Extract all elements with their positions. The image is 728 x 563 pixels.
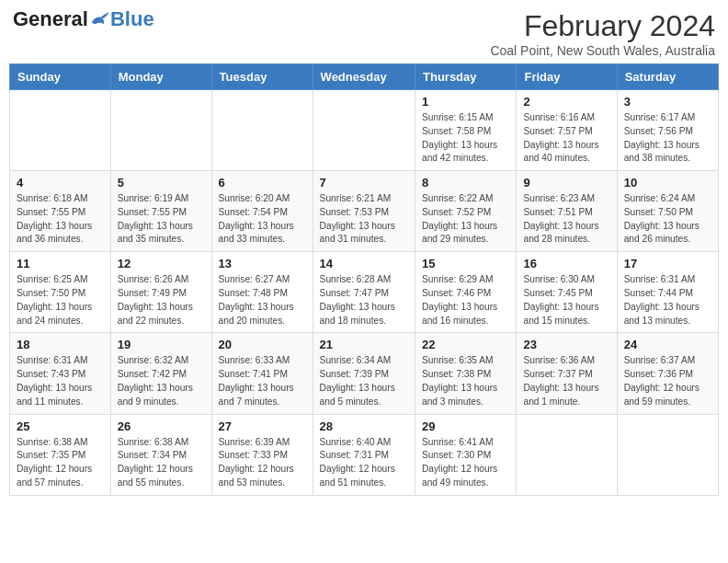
day-number: 27 — [219, 419, 306, 433]
calendar-week-row: 4Sunrise: 6:18 AM Sunset: 7:55 PM Daylig… — [10, 171, 719, 252]
calendar-table: SundayMondayTuesdayWednesdayThursdayFrid… — [9, 63, 719, 496]
day-number: 24 — [624, 338, 711, 351]
day-number: 11 — [17, 257, 104, 270]
day-info: Sunrise: 6:29 AM Sunset: 7:46 PM Dayligh… — [422, 273, 509, 327]
day-info: Sunrise: 6:20 AM Sunset: 7:54 PM Dayligh… — [219, 192, 306, 247]
day-number: 10 — [624, 176, 711, 190]
calendar-cell: 21Sunrise: 6:34 AM Sunset: 7:39 PM Dayli… — [313, 333, 415, 414]
calendar-header-row: SundayMondayTuesdayWednesdayThursdayFrid… — [10, 64, 719, 90]
day-info: Sunrise: 6:34 AM Sunset: 7:39 PM Dayligh… — [320, 354, 408, 408]
weekday-header-thursday: Thursday — [415, 64, 517, 90]
calendar-cell: 29Sunrise: 6:41 AM Sunset: 7:30 PM Dayli… — [415, 414, 517, 495]
calendar-cell: 11Sunrise: 6:25 AM Sunset: 7:50 PM Dayli… — [10, 252, 111, 333]
day-info: Sunrise: 6:21 AM Sunset: 7:53 PM Dayligh… — [320, 192, 408, 247]
day-number: 23 — [523, 338, 609, 351]
calendar-cell: 4Sunrise: 6:18 AM Sunset: 7:55 PM Daylig… — [10, 171, 111, 252]
weekday-header-wednesday: Wednesday — [313, 64, 415, 90]
calendar-cell: 19Sunrise: 6:32 AM Sunset: 7:42 PM Dayli… — [110, 333, 211, 414]
day-info: Sunrise: 6:35 AM Sunset: 7:38 PM Dayligh… — [422, 354, 509, 408]
day-info: Sunrise: 6:23 AM Sunset: 7:51 PM Dayligh… — [523, 192, 609, 247]
day-info: Sunrise: 6:24 AM Sunset: 7:50 PM Dayligh… — [624, 192, 711, 247]
day-number: 6 — [219, 176, 306, 190]
calendar-cell: 9Sunrise: 6:23 AM Sunset: 7:51 PM Daylig… — [517, 171, 617, 252]
calendar-cell: 7Sunrise: 6:21 AM Sunset: 7:53 PM Daylig… — [313, 171, 415, 252]
calendar-cell — [211, 90, 313, 171]
calendar-cell: 6Sunrise: 6:20 AM Sunset: 7:54 PM Daylig… — [211, 171, 313, 252]
calendar-cell: 15Sunrise: 6:29 AM Sunset: 7:46 PM Dayli… — [415, 252, 517, 333]
calendar-cell: 18Sunrise: 6:31 AM Sunset: 7:43 PM Dayli… — [10, 333, 111, 414]
day-number: 18 — [17, 338, 104, 351]
calendar-cell: 16Sunrise: 6:30 AM Sunset: 7:45 PM Dayli… — [517, 252, 617, 333]
title-section: February 2024 Coal Point, New South Wale… — [490, 9, 715, 58]
day-number: 14 — [320, 257, 408, 270]
calendar-cell — [517, 414, 617, 495]
day-info: Sunrise: 6:38 AM Sunset: 7:34 PM Dayligh… — [118, 436, 205, 490]
day-number: 13 — [219, 257, 306, 270]
main-title: February 2024 — [490, 9, 715, 43]
day-number: 17 — [624, 257, 711, 270]
day-info: Sunrise: 6:18 AM Sunset: 7:55 PM Dayligh… — [17, 192, 104, 247]
day-info: Sunrise: 6:39 AM Sunset: 7:33 PM Dayligh… — [219, 436, 306, 490]
day-number: 16 — [523, 257, 609, 270]
calendar-cell: 22Sunrise: 6:35 AM Sunset: 7:38 PM Dayli… — [415, 333, 517, 414]
calendar-week-row: 25Sunrise: 6:38 AM Sunset: 7:35 PM Dayli… — [10, 414, 719, 495]
weekday-header-saturday: Saturday — [617, 64, 718, 90]
day-info: Sunrise: 6:28 AM Sunset: 7:47 PM Dayligh… — [320, 273, 408, 327]
calendar-cell: 23Sunrise: 6:36 AM Sunset: 7:37 PM Dayli… — [517, 333, 617, 414]
calendar-cell: 24Sunrise: 6:37 AM Sunset: 7:36 PM Dayli… — [617, 333, 718, 414]
calendar-cell: 20Sunrise: 6:33 AM Sunset: 7:41 PM Dayli… — [211, 333, 313, 414]
day-number: 19 — [118, 338, 205, 351]
day-number: 2 — [523, 95, 609, 109]
day-number: 25 — [17, 419, 104, 433]
day-info: Sunrise: 6:33 AM Sunset: 7:41 PM Dayligh… — [219, 354, 306, 408]
day-info: Sunrise: 6:40 AM Sunset: 7:31 PM Dayligh… — [320, 436, 408, 490]
day-info: Sunrise: 6:22 AM Sunset: 7:52 PM Dayligh… — [422, 192, 509, 247]
day-info: Sunrise: 6:31 AM Sunset: 7:43 PM Dayligh… — [17, 354, 104, 408]
calendar-cell: 13Sunrise: 6:27 AM Sunset: 7:48 PM Dayli… — [211, 252, 313, 333]
day-number: 22 — [422, 338, 509, 351]
day-number: 5 — [118, 176, 205, 190]
calendar-cell: 17Sunrise: 6:31 AM Sunset: 7:44 PM Dayli… — [617, 252, 718, 333]
calendar-cell: 27Sunrise: 6:39 AM Sunset: 7:33 PM Dayli… — [211, 414, 313, 495]
day-number: 7 — [320, 176, 408, 190]
calendar-cell: 28Sunrise: 6:40 AM Sunset: 7:31 PM Dayli… — [313, 414, 415, 495]
calendar-cell: 14Sunrise: 6:28 AM Sunset: 7:47 PM Dayli… — [313, 252, 415, 333]
day-number: 8 — [422, 176, 509, 190]
day-info: Sunrise: 6:30 AM Sunset: 7:45 PM Dayligh… — [523, 273, 609, 327]
day-info: Sunrise: 6:17 AM Sunset: 7:56 PM Dayligh… — [624, 111, 711, 166]
day-info: Sunrise: 6:41 AM Sunset: 7:30 PM Dayligh… — [422, 436, 509, 490]
calendar-cell: 26Sunrise: 6:38 AM Sunset: 7:34 PM Dayli… — [110, 414, 211, 495]
calendar-cell — [617, 414, 718, 495]
day-number: 4 — [17, 176, 104, 190]
day-number: 21 — [320, 338, 408, 351]
logo-blue-text: Blue — [110, 9, 154, 29]
day-number: 9 — [523, 176, 609, 190]
calendar-cell: 3Sunrise: 6:17 AM Sunset: 7:56 PM Daylig… — [617, 90, 718, 171]
day-number: 12 — [118, 257, 205, 270]
calendar-cell: 10Sunrise: 6:24 AM Sunset: 7:50 PM Dayli… — [617, 171, 718, 252]
day-info: Sunrise: 6:27 AM Sunset: 7:48 PM Dayligh… — [219, 273, 306, 327]
subtitle: Coal Point, New South Wales, Australia — [490, 43, 715, 58]
day-info: Sunrise: 6:15 AM Sunset: 7:58 PM Dayligh… — [422, 111, 509, 166]
calendar-week-row: 18Sunrise: 6:31 AM Sunset: 7:43 PM Dayli… — [10, 333, 719, 414]
page-header: General Blue February 2024 Coal Point, N… — [9, 9, 719, 58]
weekday-header-friday: Friday — [517, 64, 617, 90]
day-number: 3 — [624, 95, 711, 109]
day-number: 28 — [320, 419, 408, 433]
weekday-header-monday: Monday — [110, 64, 211, 90]
calendar-cell — [313, 90, 415, 171]
day-info: Sunrise: 6:26 AM Sunset: 7:49 PM Dayligh… — [118, 273, 205, 327]
calendar-cell: 25Sunrise: 6:38 AM Sunset: 7:35 PM Dayli… — [10, 414, 111, 495]
weekday-header-tuesday: Tuesday — [211, 64, 313, 90]
calendar-cell: 12Sunrise: 6:26 AM Sunset: 7:49 PM Dayli… — [110, 252, 211, 333]
day-number: 15 — [422, 257, 509, 270]
calendar-week-row: 11Sunrise: 6:25 AM Sunset: 7:50 PM Dayli… — [10, 252, 719, 333]
calendar-cell: 5Sunrise: 6:19 AM Sunset: 7:55 PM Daylig… — [110, 171, 211, 252]
logo-bird-icon — [90, 10, 110, 29]
day-info: Sunrise: 6:38 AM Sunset: 7:35 PM Dayligh… — [17, 436, 104, 490]
day-number: 26 — [118, 419, 205, 433]
calendar-cell — [110, 90, 211, 171]
day-info: Sunrise: 6:31 AM Sunset: 7:44 PM Dayligh… — [624, 273, 711, 327]
day-info: Sunrise: 6:16 AM Sunset: 7:57 PM Dayligh… — [523, 111, 609, 166]
weekday-header-sunday: Sunday — [10, 64, 111, 90]
